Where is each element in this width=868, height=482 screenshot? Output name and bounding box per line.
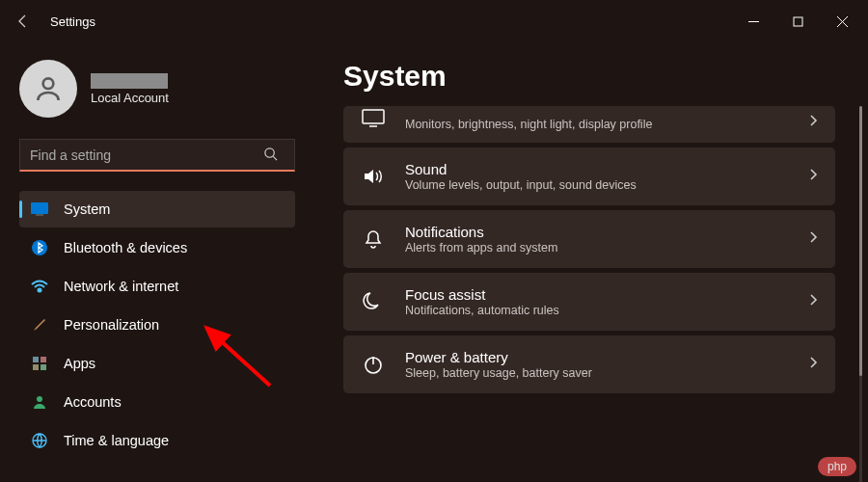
svg-point-10 — [39, 289, 41, 292]
svg-rect-12 — [41, 357, 46, 362]
sidebar-item-bluetooth[interactable]: Bluetooth & devices — [19, 229, 295, 266]
back-button[interactable] — [4, 2, 42, 40]
moon-icon — [361, 289, 386, 314]
sound-icon — [361, 164, 386, 189]
sidebar: Local Account System Bluetooth & devices — [0, 42, 309, 482]
globe-icon — [31, 432, 48, 449]
svg-point-4 — [43, 78, 54, 89]
card-display[interactable]: Monitors, brightness, night light, displ… — [343, 106, 835, 143]
page-title: System — [343, 60, 851, 93]
card-notifications[interactable]: Notifications Alerts from apps and syste… — [343, 210, 835, 268]
person-icon — [31, 393, 48, 411]
card-power-battery[interactable]: Power & battery Sleep, battery usage, ba… — [343, 335, 835, 393]
window-title: Settings — [42, 14, 95, 29]
svg-line-6 — [273, 156, 277, 160]
card-focus-assist[interactable]: Focus assist Notifications, automatic ru… — [343, 273, 835, 331]
sidebar-item-system[interactable]: System — [19, 191, 295, 228]
svg-rect-8 — [36, 214, 43, 216]
close-icon — [837, 16, 848, 27]
chevron-right-icon — [808, 168, 818, 185]
bell-icon — [361, 227, 386, 252]
sidebar-item-label: Accounts — [64, 394, 122, 410]
sidebar-item-accounts[interactable]: Accounts — [19, 384, 295, 420]
maximize-button[interactable] — [775, 6, 820, 37]
brush-icon — [31, 316, 48, 334]
profile-text: Local Account — [91, 73, 169, 105]
main-panel: System Monitors, brightness, night light… — [309, 42, 868, 482]
search-icon — [263, 147, 278, 165]
sidebar-item-apps[interactable]: Apps — [19, 345, 295, 382]
maximize-icon — [793, 16, 803, 27]
power-icon — [361, 352, 386, 377]
back-arrow-icon — [15, 13, 31, 29]
sidebar-item-label: Bluetooth & devices — [64, 240, 187, 255]
card-text: Sound Volume levels, output, input, soun… — [405, 161, 789, 192]
content: Local Account System Bluetooth & devices — [0, 42, 868, 482]
nav-list: System Bluetooth & devices Network & int… — [19, 191, 295, 459]
display-icon — [31, 201, 48, 218]
svg-rect-17 — [363, 110, 384, 123]
titlebar: Settings — [0, 0, 868, 42]
minimize-icon — [748, 16, 759, 27]
window-controls — [731, 6, 864, 37]
svg-rect-14 — [41, 364, 46, 370]
card-text: Notifications Alerts from apps and syste… — [405, 224, 789, 254]
sidebar-item-personalization[interactable]: Personalization — [19, 307, 295, 343]
account-type: Local Account — [91, 91, 169, 105]
bluetooth-icon — [31, 239, 48, 256]
sidebar-item-label: Apps — [64, 356, 95, 371]
scrollbar-thumb[interactable] — [859, 106, 862, 376]
card-text: Focus assist Notifications, automatic ru… — [405, 286, 789, 317]
card-title: Sound — [405, 161, 789, 177]
sidebar-item-time-language[interactable]: Time & language — [19, 422, 295, 459]
avatar — [19, 60, 77, 118]
svg-rect-11 — [33, 357, 39, 362]
card-text: Monitors, brightness, night light, displ… — [405, 118, 789, 131]
svg-rect-7 — [31, 202, 48, 214]
chevron-right-icon — [808, 230, 818, 248]
apps-icon — [31, 355, 48, 372]
svg-rect-1 — [794, 17, 802, 26]
search-box — [19, 139, 295, 172]
card-title: Notifications — [405, 224, 789, 240]
search-input[interactable] — [19, 139, 295, 172]
svg-point-15 — [37, 396, 42, 402]
chevron-right-icon — [808, 114, 818, 131]
card-sound[interactable]: Sound Volume levels, output, input, soun… — [343, 147, 835, 205]
sidebar-item-label: Network & internet — [64, 279, 178, 294]
card-title: Power & battery — [405, 349, 789, 365]
card-text: Power & battery Sleep, battery usage, ba… — [405, 349, 789, 380]
display-outline-icon — [361, 106, 386, 131]
sidebar-item-label: Personalization — [64, 317, 159, 333]
card-title: Focus assist — [405, 286, 789, 303]
svg-rect-13 — [33, 364, 39, 370]
chevron-right-icon — [808, 293, 818, 310]
card-subtitle: Alerts from apps and system — [405, 241, 789, 254]
card-subtitle: Volume levels, output, input, sound devi… — [405, 178, 789, 192]
minimize-button[interactable] — [731, 6, 775, 37]
svg-point-5 — [265, 148, 274, 157]
profile[interactable]: Local Account — [19, 60, 295, 118]
chevron-right-icon — [808, 356, 818, 373]
user-name-redacted — [91, 73, 168, 89]
person-icon — [33, 73, 64, 104]
wifi-icon — [31, 278, 48, 295]
watermark: php — [818, 457, 856, 476]
close-button[interactable] — [820, 6, 864, 37]
scrollbar[interactable] — [859, 106, 862, 482]
sidebar-item-label: Time & language — [64, 433, 169, 448]
card-subtitle: Monitors, brightness, night light, displ… — [405, 118, 789, 131]
settings-cards: Monitors, brightness, night light, displ… — [343, 106, 851, 393]
sidebar-item-label: System — [64, 201, 110, 217]
sidebar-item-network[interactable]: Network & internet — [19, 268, 295, 305]
card-subtitle: Sleep, battery usage, battery saver — [405, 366, 789, 380]
card-subtitle: Notifications, automatic rules — [405, 304, 789, 317]
